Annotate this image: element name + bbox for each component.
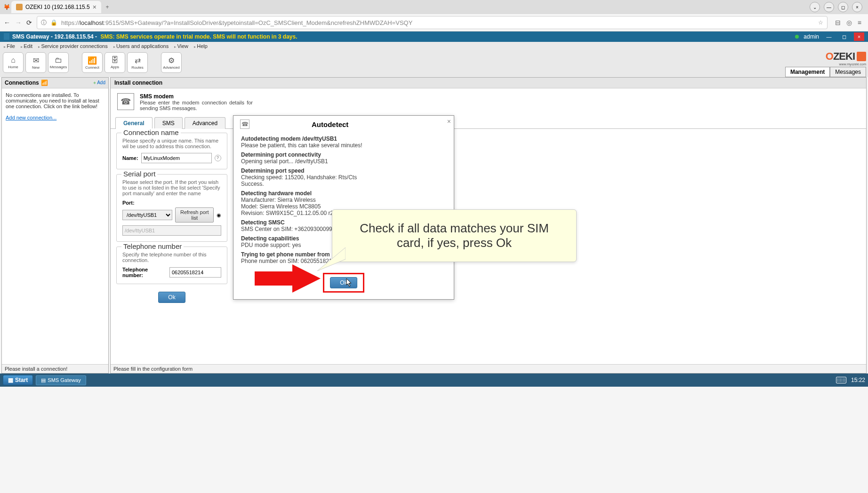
tab-sms[interactable]: SMS [154,117,183,129]
app-header: SMS Gateway - 192.168.115.54 - SMS: SMS … [0,32,868,42]
browser-close-button[interactable]: × [852,2,862,12]
browser-minimize-button[interactable]: — [824,2,834,12]
firefox-icon: 🦊 [2,4,11,10]
main-split: Connections 📶 ＋Add No connections are in… [0,77,868,374]
task-icon: ▤ [41,377,46,383]
pocket-icon[interactable]: ⊟ [835,19,841,26]
app-title: SMS Gateway - 192.168.115.54 - SMS: SMS … [12,33,297,40]
apps-icon: 🗄 [111,56,119,64]
new-tab-button[interactable]: + [101,4,113,10]
intro-block: ☎ SMS modem Please enter the modem conne… [111,88,866,114]
modem-icon: ☎ [117,93,134,110]
fieldset-serial-port: Serial port Please select the port. If t… [116,174,227,242]
tab-title: OZEKI 10 (192.168.115.5 [25,4,90,10]
lock-icon: 🔒 [50,19,57,26]
menu-edit[interactable]: Edit [21,43,32,49]
toolbar-new-button[interactable]: ✉New [25,52,46,73]
form-tabs: General SMS Advanced [111,117,866,129]
autodetect-dialog: × ☎ Autodetect Autodetecting modem /dev/… [233,115,454,300]
intro-text: Please enter the modem connection detail… [140,100,253,111]
menu-users[interactable]: Users and applications [113,43,169,49]
taskbar: ▦Start ▤SMS Gateway 15:22 [0,374,868,387]
left-pane: Connections 📶 ＋Add No connections are in… [1,77,109,374]
url-text: https://localhost:9515/SMS+Gateway/?a=In… [61,19,412,26]
right-status: Please fill in the configuration form [111,364,866,373]
app-minimize-button[interactable]: — [824,32,834,41]
toolbar-apps-button[interactable]: 🗄Apps [104,52,125,73]
routes-icon: ⇄ [135,56,141,65]
port-label: Port: [122,200,135,206]
form-ok-button[interactable]: Ok [158,292,185,303]
menu-view[interactable]: View [174,43,188,49]
add-new-connection-link[interactable]: Add new connection... [6,115,56,120]
menu-service-provider[interactable]: Service provider connections [38,43,107,49]
left-status: Please install a connection! [2,364,108,373]
connections-icon: 📶 [41,80,48,86]
dialog-close-button[interactable]: × [447,118,451,125]
cursor-icon [346,278,353,287]
add-link[interactable]: ＋Add [92,80,105,86]
autodetect-icon[interactable]: ◉ [217,212,221,218]
svg-marker-1 [317,247,346,271]
url-field[interactable]: ⓘ 🔒 https://localhost:9515/SMS+Gateway/?… [37,16,828,29]
dialog-title: Autodetect [312,120,348,128]
help-icon[interactable]: ? [215,155,221,161]
toolbar-advanced-button[interactable]: ⚙Advanced [161,52,182,73]
telephone-input[interactable] [169,267,221,278]
reload-button[interactable]: ⟳ [26,19,32,26]
instruction-callout: Check if all data matches your SIM card,… [332,209,577,262]
toolbar-routes-button[interactable]: ⇄Routes [127,52,148,73]
app-maximize-button[interactable]: ◻ [839,32,849,41]
fieldset-telephone: Telephone number Specify the telephone n… [116,246,227,284]
menu-help[interactable]: Help [194,43,208,49]
back-button[interactable]: ← [4,19,10,26]
refresh-port-button[interactable]: Refresh port list [175,207,214,223]
shield-icon: ⓘ [41,19,47,27]
bookmark-star-icon[interactable]: ☆ [818,19,823,26]
menu-file[interactable]: File [4,43,15,49]
tab-favicon-icon [16,4,23,10]
clock: 15:22 [851,377,865,383]
tab-advanced[interactable]: Advanced [185,117,225,129]
account-icon[interactable]: ◎ [846,19,852,26]
user-label[interactable]: admin [804,33,819,40]
tab-management[interactable]: Management [785,67,830,77]
toolbar-home-button[interactable]: ⌂Home [3,52,24,73]
menu-bar: File Edit Service provider connections U… [0,42,868,50]
tab-general[interactable]: General [115,117,153,129]
status-dot-icon [795,35,799,39]
app-close-button[interactable]: × [854,32,864,41]
antenna-icon: 📶 [88,56,97,65]
start-button[interactable]: ▦Start [3,375,33,385]
browser-chrome: 🦊 OZEKI 10 (192.168.115.5 × + ⌄ — ◻ × ← … [0,0,868,32]
task-sms-gateway[interactable]: ▤SMS Gateway [36,375,86,385]
grip-icon [4,33,9,40]
forward-button: → [15,19,22,26]
connections-body: No connections are installed. To communi… [2,88,108,124]
dialog-ok-button[interactable]: Ok [330,277,357,288]
toolbar-row: ⌂Home ✉New 🗀Messages 📶Connect 🗄Apps ⇄Rou… [0,50,868,77]
new-icon: ✉ [33,56,39,65]
browser-tab[interactable]: OZEKI 10 (192.168.115.5 × [11,1,101,13]
close-icon[interactable]: × [93,3,96,11]
gear-icon: ⚙ [168,56,175,65]
brand-area: OZEKI www.myozeki.com Management Message… [785,50,868,77]
browser-maximize-button[interactable]: ◻ [838,2,848,12]
keyboard-icon[interactable] [836,377,846,383]
start-icon: ▦ [8,377,13,383]
toolbar: ⌂Home ✉New 🗀Messages 📶Connect 🗄Apps ⇄Rou… [0,50,185,77]
brand-square-icon [857,52,866,61]
toolbar-connect-button[interactable]: 📶Connect [82,52,103,73]
browser-tabs-dropdown[interactable]: ⌄ [810,2,820,12]
port-manual-input [122,225,221,236]
home-icon: ⌂ [11,56,16,64]
toolbar-messages-button[interactable]: 🗀Messages [48,52,69,73]
name-input[interactable] [141,153,212,163]
menu-icon[interactable]: ≡ [858,19,861,26]
intro-title: SMS modem [140,93,253,100]
dialog-modem-icon: ☎ [240,119,249,129]
install-connection-title: Install connection [111,78,866,88]
messages-icon: 🗀 [55,56,62,64]
tab-messages[interactable]: Messages [830,67,866,77]
port-select[interactable]: /dev/ttyUSB1 [122,210,172,220]
